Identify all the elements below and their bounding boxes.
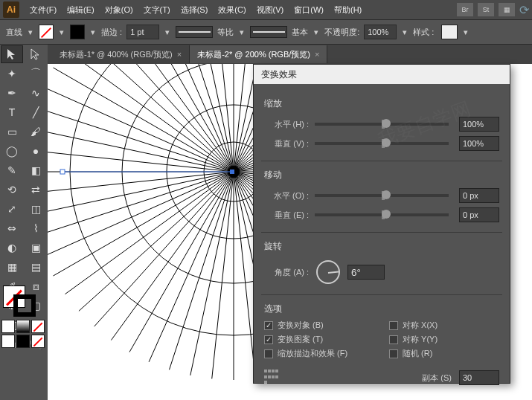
reflect-x-label: 对称 X(X) bbox=[403, 320, 438, 331]
random-label: 随机 (R) bbox=[403, 348, 432, 359]
magic-wand-tool[interactable]: ✦ bbox=[1, 65, 23, 83]
transform-effect-dialog: 变换效果 缩放 水平 (H) : 垂直 (V) : 移动 水平 (O) : 垂直… bbox=[253, 64, 510, 384]
blob-brush-tool[interactable]: ● bbox=[25, 142, 47, 160]
profile-preview-1[interactable] bbox=[176, 26, 213, 38]
rotate-tool[interactable]: ⟲ bbox=[1, 181, 23, 199]
style-dropdown[interactable]: ▾ bbox=[462, 25, 469, 39]
copies-input[interactable] bbox=[459, 370, 499, 385]
move-v-input[interactable] bbox=[459, 207, 499, 222]
eraser-tool[interactable]: ◧ bbox=[25, 161, 47, 179]
fill-swatch[interactable] bbox=[39, 25, 54, 39]
reflect-tool[interactable]: ⇄ bbox=[25, 181, 47, 199]
close-icon[interactable]: × bbox=[315, 50, 319, 59]
free-transform-tool[interactable]: ◫ bbox=[25, 200, 47, 218]
random-checkbox[interactable] bbox=[389, 349, 398, 358]
move-h-input[interactable] bbox=[459, 188, 499, 203]
menu-file[interactable]: 文件(F) bbox=[25, 2, 61, 18]
direct-selection-tool[interactable] bbox=[25, 45, 47, 63]
menu-edit[interactable]: 编辑(E) bbox=[63, 2, 99, 18]
menu-window[interactable]: 窗口(W) bbox=[289, 2, 328, 18]
perspective-grid-tool[interactable]: ▣ bbox=[25, 239, 47, 257]
dialog-title[interactable]: 变换效果 bbox=[254, 65, 510, 84]
none-mode-btn[interactable] bbox=[31, 320, 45, 333]
scale-h-input[interactable] bbox=[459, 117, 499, 132]
move-v-slider[interactable] bbox=[315, 213, 449, 216]
lasso-tool[interactable]: ⌒ bbox=[25, 65, 47, 83]
menu-effect[interactable]: 效果(C) bbox=[214, 2, 250, 18]
line-segment-tool[interactable]: ╱ bbox=[25, 103, 47, 121]
scale-strokes-checkbox[interactable] bbox=[264, 349, 273, 358]
rotate-section-title: 旋转 bbox=[264, 240, 499, 253]
svg-rect-66 bbox=[60, 170, 65, 174]
curvature-tool[interactable]: ∿ bbox=[25, 84, 47, 102]
color-mode-btn[interactable] bbox=[1, 320, 15, 333]
transform-objects-checkbox[interactable] bbox=[264, 321, 273, 330]
opacity-label: 不透明度: bbox=[324, 27, 359, 38]
document-tab-1[interactable]: 未标题-1* @ 400% (RGB/预览) × bbox=[52, 45, 190, 63]
menu-select[interactable]: 选择(S) bbox=[176, 2, 213, 18]
tool-label: 直线 bbox=[6, 27, 22, 38]
stroke-weight-input[interactable] bbox=[126, 25, 159, 39]
stroke-weight-dropdown[interactable]: ▾ bbox=[164, 25, 171, 39]
type-tool[interactable]: T bbox=[1, 103, 23, 121]
fill-dropdown[interactable]: ▾ bbox=[58, 25, 65, 39]
cloud-sync-icon[interactable]: ⟳ bbox=[519, 3, 529, 17]
scale-v-input[interactable] bbox=[459, 136, 499, 151]
profile-preview-2[interactable] bbox=[250, 26, 287, 38]
screen-mode-full[interactable] bbox=[16, 335, 30, 348]
reflect-y-checkbox[interactable] bbox=[389, 335, 398, 344]
scale-h-label: 水平 (H) : bbox=[264, 119, 309, 130]
reflect-x-checkbox[interactable] bbox=[389, 321, 398, 330]
style-label: 样式 : bbox=[413, 27, 434, 38]
menu-view[interactable]: 视图(V) bbox=[252, 2, 289, 18]
selection-tool[interactable] bbox=[1, 45, 23, 63]
menu-help[interactable]: 帮助(H) bbox=[330, 2, 366, 18]
move-h-slider[interactable] bbox=[315, 194, 449, 197]
pen-tool[interactable]: ✒ bbox=[1, 84, 23, 102]
paintbrush-tool[interactable]: 🖌 bbox=[25, 123, 47, 141]
ellipse-tool[interactable]: ◯ bbox=[1, 142, 23, 160]
transform-patterns-checkbox[interactable] bbox=[264, 335, 273, 344]
opacity-dropdown[interactable]: ▾ bbox=[401, 25, 408, 39]
pencil-tool[interactable]: ✎ bbox=[1, 161, 23, 179]
profile-dropdown-2[interactable]: ▾ bbox=[313, 25, 320, 39]
menu-bar: Ai 文件(F) 编辑(E) 对象(O) 文字(T) 选择(S) 效果(C) 视… bbox=[0, 0, 532, 19]
tool-preset-dropdown[interactable]: ▾ bbox=[27, 25, 34, 39]
stroke-swatch[interactable] bbox=[70, 25, 85, 39]
rectangle-tool[interactable]: ▭ bbox=[1, 123, 23, 141]
scale-v-slider[interactable] bbox=[315, 142, 449, 145]
stroke-indicator[interactable] bbox=[13, 294, 36, 317]
scale-tool[interactable]: ⤢ bbox=[1, 200, 23, 218]
transform-patterns-label: 变换图案 (T) bbox=[278, 334, 323, 345]
angle-dial[interactable] bbox=[316, 260, 340, 284]
scale-h-slider[interactable] bbox=[315, 123, 449, 126]
move-section-title: 移动 bbox=[264, 169, 499, 181]
gradient-mode-btn[interactable] bbox=[16, 320, 30, 333]
gradient-tool[interactable]: ▤ bbox=[25, 258, 47, 276]
width-tool[interactable]: ⇔ bbox=[1, 219, 23, 237]
document-tab-2[interactable]: 未标题-2* @ 200% (RGB/预览) × bbox=[190, 45, 327, 63]
screen-mode-presentation[interactable] bbox=[31, 335, 45, 348]
options-bar: 直线 ▾ ▾ ▾ 描边 : ▾ 等比 ▾ 基本 ▾ 不透明度: ▾ 样式 : ▾ bbox=[0, 19, 532, 45]
graphic-style-swatch[interactable] bbox=[441, 25, 458, 39]
arrange-button[interactable]: ▦ bbox=[499, 3, 515, 16]
profile-dropdown-1[interactable]: ▾ bbox=[238, 25, 246, 39]
stock-button[interactable]: St bbox=[478, 3, 494, 16]
shape-builder-tool[interactable]: ◐ bbox=[1, 239, 23, 257]
profile-label-1: 等比 bbox=[217, 27, 234, 38]
document-tab-bar: 未标题-1* @ 400% (RGB/预览) × 未标题-2* @ 200% (… bbox=[0, 45, 532, 64]
stroke-dropdown[interactable]: ▾ bbox=[89, 25, 97, 39]
app-icon: Ai bbox=[3, 1, 19, 18]
screen-mode-normal[interactable] bbox=[1, 335, 15, 348]
scale-strokes-label: 缩放描边和效果 (F) bbox=[278, 348, 347, 359]
angle-input[interactable] bbox=[347, 265, 385, 280]
menu-type[interactable]: 文字(T) bbox=[139, 2, 175, 18]
anchor-grid-icon[interactable] bbox=[264, 370, 281, 386]
menu-object[interactable]: 对象(O) bbox=[100, 2, 138, 18]
opacity-input[interactable] bbox=[364, 25, 397, 39]
bridge-button[interactable]: Br bbox=[457, 3, 473, 16]
close-icon[interactable]: × bbox=[177, 50, 182, 59]
warp-tool[interactable]: ⌇ bbox=[25, 219, 47, 237]
mesh-tool[interactable]: ▦ bbox=[1, 258, 23, 276]
fill-stroke-indicator[interactable] bbox=[0, 284, 45, 318]
